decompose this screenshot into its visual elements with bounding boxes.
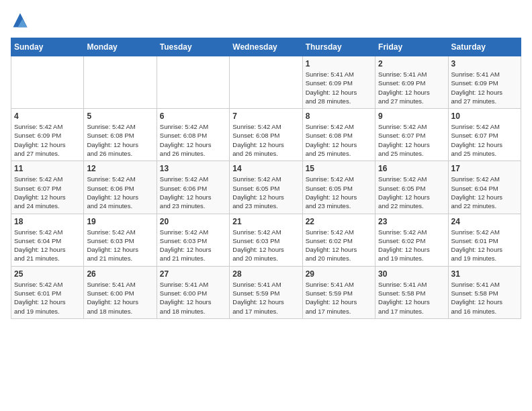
calendar-cell: 17Sunrise: 5:42 AM Sunset: 6:04 PM Dayli… <box>448 161 521 214</box>
day-info: Sunrise: 5:42 AM Sunset: 6:07 PM Dayligh… <box>14 175 81 210</box>
day-info: Sunrise: 5:41 AM Sunset: 5:59 PM Dayligh… <box>232 280 299 316</box>
week-row-2: 4Sunrise: 5:42 AM Sunset: 6:09 PM Daylig… <box>11 109 521 161</box>
day-info: Sunrise: 5:42 AM Sunset: 6:05 PM Dayligh… <box>232 175 299 210</box>
week-row-5: 25Sunrise: 5:42 AM Sunset: 6:01 PM Dayli… <box>11 266 521 318</box>
header-cell-sunday: Sunday <box>11 38 84 56</box>
day-number: 29 <box>306 269 372 279</box>
calendar-cell: 10Sunrise: 5:42 AM Sunset: 6:07 PM Dayli… <box>448 109 521 161</box>
week-row-4: 18Sunrise: 5:42 AM Sunset: 6:04 PM Dayli… <box>11 214 521 266</box>
day-number: 30 <box>378 269 445 279</box>
calendar-cell: 25Sunrise: 5:42 AM Sunset: 6:01 PM Dayli… <box>11 266 84 318</box>
calendar-cell: 12Sunrise: 5:42 AM Sunset: 6:06 PM Dayli… <box>84 161 157 214</box>
header <box>11 11 521 30</box>
day-info: Sunrise: 5:42 AM Sunset: 6:06 PM Dayligh… <box>87 175 153 210</box>
day-number: 13 <box>160 164 226 173</box>
calendar-cell: 19Sunrise: 5:42 AM Sunset: 6:03 PM Dayli… <box>84 214 157 266</box>
day-number: 21 <box>232 217 299 226</box>
header-cell-wednesday: Wednesday <box>230 38 302 56</box>
calendar-cell <box>11 56 84 109</box>
day-number: 8 <box>306 111 372 121</box>
calendar-cell: 23Sunrise: 5:42 AM Sunset: 6:02 PM Dayli… <box>375 214 448 266</box>
header-cell-monday: Monday <box>84 38 157 56</box>
day-number: 23 <box>378 217 445 226</box>
calendar-cell: 27Sunrise: 5:41 AM Sunset: 6:00 PM Dayli… <box>157 266 229 318</box>
day-number: 31 <box>451 269 518 279</box>
day-info: Sunrise: 5:42 AM Sunset: 6:05 PM Dayligh… <box>306 175 372 210</box>
day-number: 27 <box>160 269 226 279</box>
day-number: 17 <box>451 164 518 173</box>
day-number: 4 <box>14 111 81 121</box>
calendar-cell: 21Sunrise: 5:42 AM Sunset: 6:03 PM Dayli… <box>230 214 302 266</box>
calendar-cell: 7Sunrise: 5:42 AM Sunset: 6:08 PM Daylig… <box>230 109 302 161</box>
day-info: Sunrise: 5:42 AM Sunset: 6:08 PM Dayligh… <box>160 122 226 158</box>
day-number: 5 <box>87 111 153 121</box>
calendar-cell: 4Sunrise: 5:42 AM Sunset: 6:09 PM Daylig… <box>11 109 84 161</box>
calendar-cell: 26Sunrise: 5:41 AM Sunset: 6:00 PM Dayli… <box>84 266 157 318</box>
calendar-cell <box>230 56 302 109</box>
day-number: 15 <box>306 164 372 173</box>
day-info: Sunrise: 5:42 AM Sunset: 6:02 PM Dayligh… <box>378 228 445 263</box>
calendar-table: SundayMondayTuesdayWednesdayThursdayFrid… <box>11 38 521 319</box>
calendar-cell: 16Sunrise: 5:42 AM Sunset: 6:05 PM Dayli… <box>375 161 448 214</box>
week-row-1: 1Sunrise: 5:41 AM Sunset: 6:09 PM Daylig… <box>11 56 521 109</box>
day-info: Sunrise: 5:42 AM Sunset: 6:05 PM Dayligh… <box>378 175 445 210</box>
day-number: 12 <box>87 164 153 173</box>
header-cell-friday: Friday <box>375 38 448 56</box>
day-number: 24 <box>451 217 518 226</box>
day-info: Sunrise: 5:42 AM Sunset: 6:01 PM Dayligh… <box>451 228 518 263</box>
day-info: Sunrise: 5:41 AM Sunset: 5:59 PM Dayligh… <box>306 280 372 316</box>
day-number: 16 <box>378 164 445 173</box>
day-number: 19 <box>87 217 153 226</box>
calendar-cell: 18Sunrise: 5:42 AM Sunset: 6:04 PM Dayli… <box>11 214 84 266</box>
day-info: Sunrise: 5:41 AM Sunset: 6:00 PM Dayligh… <box>87 280 153 316</box>
calendar-cell: 3Sunrise: 5:41 AM Sunset: 6:09 PM Daylig… <box>448 56 521 109</box>
day-number: 9 <box>378 111 445 121</box>
day-info: Sunrise: 5:41 AM Sunset: 5:58 PM Dayligh… <box>451 280 518 316</box>
day-info: Sunrise: 5:42 AM Sunset: 6:01 PM Dayligh… <box>14 280 81 316</box>
day-info: Sunrise: 5:41 AM Sunset: 6:09 PM Dayligh… <box>306 70 372 105</box>
header-cell-saturday: Saturday <box>448 38 521 56</box>
calendar-cell <box>84 56 157 109</box>
day-info: Sunrise: 5:42 AM Sunset: 6:04 PM Dayligh… <box>451 175 518 210</box>
day-number: 22 <box>306 217 372 226</box>
day-info: Sunrise: 5:42 AM Sunset: 6:03 PM Dayligh… <box>87 228 153 263</box>
day-number: 26 <box>87 269 153 279</box>
logo <box>11 11 32 30</box>
calendar-cell <box>157 56 229 109</box>
day-number: 14 <box>232 164 299 173</box>
day-number: 20 <box>160 217 226 226</box>
calendar-cell: 30Sunrise: 5:41 AM Sunset: 5:58 PM Dayli… <box>375 266 448 318</box>
day-number: 3 <box>451 59 518 68</box>
calendar-cell: 1Sunrise: 5:41 AM Sunset: 6:09 PM Daylig… <box>302 56 375 109</box>
day-info: Sunrise: 5:42 AM Sunset: 6:09 PM Dayligh… <box>14 122 81 158</box>
calendar-cell: 13Sunrise: 5:42 AM Sunset: 6:06 PM Dayli… <box>157 161 229 214</box>
header-cell-thursday: Thursday <box>302 38 375 56</box>
day-number: 6 <box>160 111 226 121</box>
calendar-cell: 31Sunrise: 5:41 AM Sunset: 5:58 PM Dayli… <box>448 266 521 318</box>
calendar-cell: 5Sunrise: 5:42 AM Sunset: 6:08 PM Daylig… <box>84 109 157 161</box>
calendar-cell: 22Sunrise: 5:42 AM Sunset: 6:02 PM Dayli… <box>302 214 375 266</box>
day-number: 28 <box>232 269 299 279</box>
calendar-cell: 29Sunrise: 5:41 AM Sunset: 5:59 PM Dayli… <box>302 266 375 318</box>
calendar-cell: 11Sunrise: 5:42 AM Sunset: 6:07 PM Dayli… <box>11 161 84 214</box>
calendar-cell: 2Sunrise: 5:41 AM Sunset: 6:09 PM Daylig… <box>375 56 448 109</box>
day-info: Sunrise: 5:41 AM Sunset: 6:09 PM Dayligh… <box>451 70 518 105</box>
day-info: Sunrise: 5:41 AM Sunset: 6:00 PM Dayligh… <box>160 280 226 316</box>
day-info: Sunrise: 5:42 AM Sunset: 6:07 PM Dayligh… <box>451 122 518 158</box>
logo-icon <box>11 11 30 30</box>
day-info: Sunrise: 5:41 AM Sunset: 6:09 PM Dayligh… <box>378 70 445 105</box>
calendar-cell: 9Sunrise: 5:42 AM Sunset: 6:07 PM Daylig… <box>375 109 448 161</box>
calendar-cell: 15Sunrise: 5:42 AM Sunset: 6:05 PM Dayli… <box>302 161 375 214</box>
day-number: 11 <box>14 164 81 173</box>
day-info: Sunrise: 5:42 AM Sunset: 6:03 PM Dayligh… <box>232 228 299 263</box>
day-info: Sunrise: 5:42 AM Sunset: 6:08 PM Dayligh… <box>306 122 372 158</box>
day-info: Sunrise: 5:42 AM Sunset: 6:02 PM Dayligh… <box>306 228 372 263</box>
day-info: Sunrise: 5:42 AM Sunset: 6:07 PM Dayligh… <box>378 122 445 158</box>
day-info: Sunrise: 5:41 AM Sunset: 5:58 PM Dayligh… <box>378 280 445 316</box>
calendar-cell: 24Sunrise: 5:42 AM Sunset: 6:01 PM Dayli… <box>448 214 521 266</box>
day-number: 25 <box>14 269 81 279</box>
day-info: Sunrise: 5:42 AM Sunset: 6:06 PM Dayligh… <box>160 175 226 210</box>
calendar-cell: 6Sunrise: 5:42 AM Sunset: 6:08 PM Daylig… <box>157 109 229 161</box>
week-row-3: 11Sunrise: 5:42 AM Sunset: 6:07 PM Dayli… <box>11 161 521 214</box>
calendar-cell: 14Sunrise: 5:42 AM Sunset: 6:05 PM Dayli… <box>230 161 302 214</box>
